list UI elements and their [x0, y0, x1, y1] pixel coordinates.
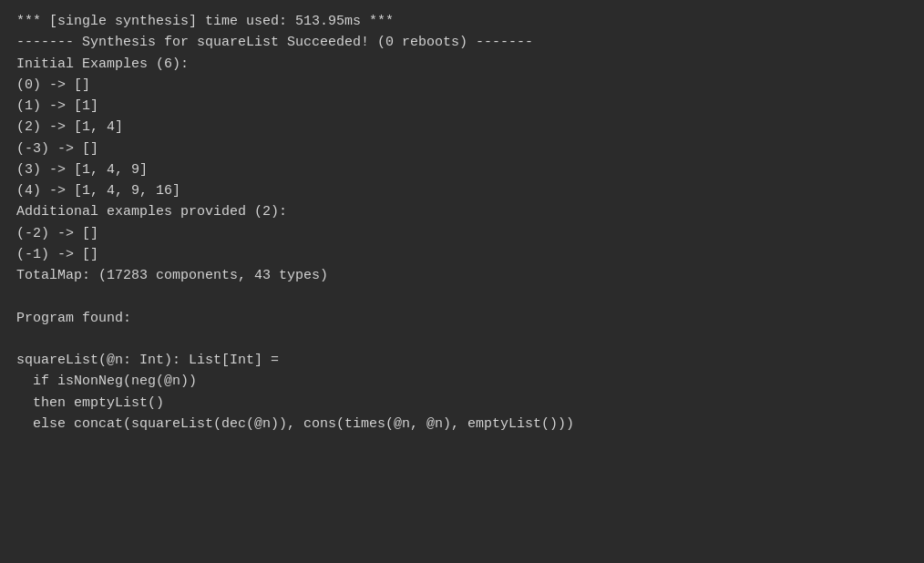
terminal-line: (0) -> [] [16, 75, 908, 96]
terminal-line: (-3) -> [] [16, 138, 908, 159]
terminal-line-empty [16, 286, 908, 307]
terminal-line: (2) -> [1, 4] [16, 117, 908, 138]
terminal-line-empty [16, 329, 908, 350]
terminal-line: else concat(squareList(dec(@n)), cons(ti… [16, 414, 908, 435]
terminal-line: *** [single synthesis] time used: 513.95… [16, 11, 908, 32]
terminal-output: *** [single synthesis] time used: 513.95… [0, 0, 924, 563]
terminal-line: ------- Synthesis for squareList Succeed… [16, 32, 908, 53]
terminal-line: (-2) -> [] [16, 223, 908, 244]
terminal-line: Program found: [16, 308, 908, 329]
terminal-line: Initial Examples (6): [16, 54, 908, 75]
terminal-line: squareList(@n: Int): List[Int] = [16, 350, 908, 371]
terminal-line: Additional examples provided (2): [16, 201, 908, 222]
terminal-line: (-1) -> [] [16, 244, 908, 265]
terminal-line: TotalMap: (17283 components, 43 types) [16, 265, 908, 286]
terminal-line: (1) -> [1] [16, 96, 908, 117]
terminal-line: (3) -> [1, 4, 9] [16, 159, 908, 180]
terminal-line: then emptyList() [16, 393, 908, 414]
terminal-line: (4) -> [1, 4, 9, 16] [16, 180, 908, 201]
terminal-line: if isNonNeg(neg(@n)) [16, 371, 908, 392]
